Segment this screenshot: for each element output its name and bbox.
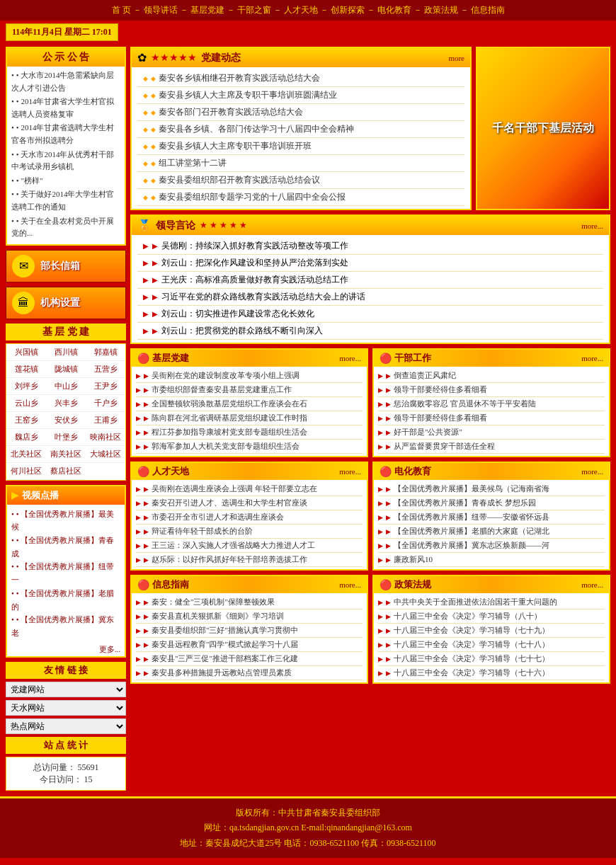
nav-item-info[interactable]: 信息指南 xyxy=(471,5,505,15)
video-item[interactable]: • 【全国优秀教片展播】冀东老 xyxy=(11,613,120,639)
video-item[interactable]: • 【全国优秀教片展播】老腊的 xyxy=(11,587,120,613)
list-item[interactable]: ▶【全国优秀教片展播】纽带——安徽省怀远县 xyxy=(378,510,605,525)
list-item[interactable]: ▶程江芬参加指导康坡村党支部专题组织生活会 xyxy=(136,425,363,440)
list-item[interactable]: ▶赵乐际：以好作风抓好年轻干部培养选拔工作 xyxy=(136,553,363,567)
leader-item[interactable]: ▶习近平在党的群众路线教育实践活动总结大会上的讲话 xyxy=(137,289,603,306)
list-item[interactable]: ▶【全国优秀教片展播】冀东志区焕新颜——河 xyxy=(378,539,605,553)
nav-item-grassroots[interactable]: 基层党建 xyxy=(190,5,224,15)
party-news-item[interactable]: ◆秦安县乡镇人大主席及专职干事培训班圆满结业 xyxy=(137,87,464,104)
grassroots-link[interactable]: 中山乡 xyxy=(46,378,86,395)
list-item[interactable]: ▶十八届三中全会《决定》学习辅导（七十九） xyxy=(378,624,605,638)
box3-more[interactable]: more... xyxy=(339,467,361,476)
grassroots-link[interactable]: 何川社区 xyxy=(6,463,46,480)
party-news-item[interactable]: ◆秦安县乡镇人大主席专职干事培训班开班 xyxy=(137,138,464,155)
notice-item[interactable]: • "榜样" xyxy=(11,175,120,188)
notice-item[interactable]: • 关于在全县农村党员中开展党的... xyxy=(11,215,120,240)
box2-more[interactable]: more... xyxy=(581,354,603,362)
nav-item-leader[interactable]: 领导讲话 xyxy=(144,5,178,15)
grassroots-link[interactable]: 西川镇 xyxy=(46,344,86,361)
grassroots-link[interactable]: 大城社区 xyxy=(86,446,125,463)
nav-item-policy[interactable]: 政策法规 xyxy=(424,5,458,15)
grassroots-link[interactable]: 王甫乡 xyxy=(86,412,125,429)
list-item[interactable]: ▶十八届三中全会《决定》学习辅导（七十六） xyxy=(378,666,605,680)
list-item[interactable]: ▶【全国优秀教片展播】青春成长 梦想乐园 xyxy=(378,496,605,510)
party-news-item[interactable]: ◆秦安县委组织部专题学习党的十八届四中全会公报 xyxy=(137,189,464,206)
nav-item-innovation[interactable]: 创新探索 xyxy=(331,5,365,15)
list-item[interactable]: ▶秦安县委组织部"三好"措施认真学习贯彻中 xyxy=(136,624,363,638)
grassroots-link[interactable]: 蔡店社区 xyxy=(46,463,86,480)
list-item[interactable]: ▶秦安县"三严三促"推进干部档案工作三化建 xyxy=(136,652,363,666)
friendly-links-select-3[interactable]: 热点网站 xyxy=(6,718,126,734)
list-item[interactable]: ▶十八届三中全会《决定》学习辅导（七十七） xyxy=(378,652,605,666)
party-news-item[interactable]: ◆秦安县各乡镇、各部门传达学习十八届四中全会精神 xyxy=(137,121,464,138)
grassroots-link[interactable]: 千户乡 xyxy=(86,395,125,412)
video-item[interactable]: • 【全国优秀教片展播】最美候 xyxy=(11,508,120,534)
grassroots-link[interactable]: 叶堡乡 xyxy=(46,429,86,446)
nav-item-talent[interactable]: 人才天地 xyxy=(284,5,318,15)
list-item[interactable]: ▶从严监督要贯穿干部选任全程 xyxy=(378,440,605,454)
grassroots-link[interactable]: 郭嘉镇 xyxy=(86,344,125,361)
notice-item[interactable]: • 2014年甘肃省选聘大学生村官各市州拟选聘分 xyxy=(11,122,120,147)
video-item[interactable]: • 【全国优秀教片展播】纽带一 xyxy=(11,560,120,586)
list-item[interactable]: ▶吴衙刚在党的建设制度改革专项小组上强调 xyxy=(136,369,363,383)
grassroots-link[interactable]: 王尹乡 xyxy=(86,378,125,395)
grassroots-link[interactable]: 王窑乡 xyxy=(6,412,46,429)
list-item[interactable]: ▶【全国优秀教片展播】老腊的大家庭（记湖北 xyxy=(378,525,605,539)
notice-item[interactable]: • 关于做好2014年大学生村官选聘工作的通知 xyxy=(11,188,120,213)
list-item[interactable]: ▶市委组织部督查秦安县基层党建重点工作 xyxy=(136,383,363,397)
minister-mailbox-button[interactable]: ✉ 部长信箱 xyxy=(6,250,126,282)
leader-item[interactable]: ▶刘云山：切实推进作风建设常态化长效化 xyxy=(137,306,603,323)
list-item[interactable]: ▶【全国优秀教片展播】最美候鸟（记海南省海 xyxy=(378,482,605,496)
nav-item-cadre[interactable]: 干部之窗 xyxy=(237,5,271,15)
list-item[interactable]: ▶倒查追责正风肃纪 xyxy=(378,369,605,383)
list-item[interactable]: ▶领导干部要经得住多看细看 xyxy=(378,411,605,425)
box1-more[interactable]: more... xyxy=(339,354,361,362)
grassroots-link[interactable]: 云山乡 xyxy=(6,395,46,412)
list-item[interactable]: ▶辩证看待年轻干部成长的台阶 xyxy=(136,525,363,539)
grassroots-link[interactable]: 南关社区 xyxy=(46,446,86,463)
notice-item[interactable]: • 2014年甘肃省大学生村官拟选聘人员资格复审 xyxy=(11,96,120,120)
list-item[interactable]: ▶吴衙刚在选调生座谈会上强调 年轻干部要立志在 xyxy=(136,482,363,496)
list-item[interactable]: ▶秦安召开引进人才、选调生和大学生村官座谈 xyxy=(136,496,363,510)
party-news-item[interactable]: ◆秦安县委组织部召开教育实践活动总结会议 xyxy=(137,172,464,189)
leader-item[interactable]: ▶吴德刚：持续深入抓好教育实践活动整改等项工作 xyxy=(137,238,603,255)
list-item[interactable]: ▶廉政新风10 xyxy=(378,553,605,567)
grassroots-link[interactable]: 兴丰乡 xyxy=(46,395,86,412)
leader-item[interactable]: ▶刘云山：把贯彻党的群众路线不断引向深入 xyxy=(137,323,603,340)
box6-more[interactable]: more... xyxy=(581,580,603,589)
video-item[interactable]: • 【全国优秀教片展播】青春成 xyxy=(11,534,120,560)
grassroots-link[interactable]: 魏店乡 xyxy=(6,429,46,446)
list-item[interactable]: ▶秦安县直机关狠抓新《细则》学习培训 xyxy=(136,609,363,624)
party-news-item[interactable]: ◆秦安各乡镇相继召开教育实践活动总结大会 xyxy=(137,70,464,87)
grassroots-link[interactable]: 映南社区 xyxy=(86,429,125,446)
leader-more[interactable]: more... xyxy=(581,222,603,230)
party-news-item[interactable]: ◆组工讲堂第十二讲 xyxy=(137,155,464,172)
grassroots-link[interactable]: 刘坪乡 xyxy=(6,378,46,395)
list-item[interactable]: ▶陈向群在河北省调研基层党组织建设工作时指 xyxy=(136,411,363,425)
list-item[interactable]: ▶领导干部要经得住多看细看 xyxy=(378,383,605,397)
list-item[interactable]: ▶全国整顿软弱涣散基层党组织工作座谈会在石 xyxy=(136,397,363,411)
notice-item[interactable]: • 大水市2014牛急需紧缺向层次人才引进公告 xyxy=(11,69,120,94)
list-item[interactable]: ▶市委召开全市引进人才和选调生座谈会 xyxy=(136,510,363,525)
video-more-link[interactable]: 更多... xyxy=(7,643,125,656)
leader-item[interactable]: ▶刘云山：把深化作风建设和坚持从严治党落到实处 xyxy=(137,255,603,272)
notice-item[interactable]: • 天水市2014年从优秀村干部中考试录用乡镇机 xyxy=(11,149,120,173)
list-item[interactable]: ▶秦安：健全"三项机制"保障整顿效果 xyxy=(136,595,363,609)
box5-more[interactable]: more... xyxy=(339,580,361,589)
leader-item[interactable]: ▶王光庆：高标准高质量做好教育实践活动总结工作 xyxy=(137,272,603,289)
org-setup-button[interactable]: 🏛 机构设置 xyxy=(6,287,126,319)
list-item[interactable]: ▶惩治腐败零容忍 官员退休不等于平安着陆 xyxy=(378,397,605,411)
list-item[interactable]: ▶郭海军参加人大机关党支部专题组织生活会 xyxy=(136,440,363,454)
list-item[interactable]: ▶秦安县多种措施提升远教站点管理员素质 xyxy=(136,666,363,680)
list-item[interactable]: ▶十八届三中全会《决定》学习辅导（七十八） xyxy=(378,638,605,652)
grassroots-link[interactable]: 莲花镇 xyxy=(6,361,46,378)
friendly-links-select-2[interactable]: 天水网站 xyxy=(6,700,126,716)
list-item[interactable]: ▶好干部是"公共资源" xyxy=(378,425,605,440)
grassroots-link[interactable]: 安伏乡 xyxy=(46,412,86,429)
list-item[interactable]: ▶十八届三中全会《决定》学习辅导（八十） xyxy=(378,609,605,624)
list-item[interactable]: ▶秦安县远程教育"四学"模式掀起学习十八届 xyxy=(136,638,363,652)
friendly-links-select-1[interactable]: 党建网站 xyxy=(6,682,126,697)
nav-item-video[interactable]: 电化教育 xyxy=(377,5,411,15)
grassroots-link[interactable]: 北关社区 xyxy=(6,446,46,463)
nav-item-home[interactable]: 首 页 xyxy=(112,5,131,15)
